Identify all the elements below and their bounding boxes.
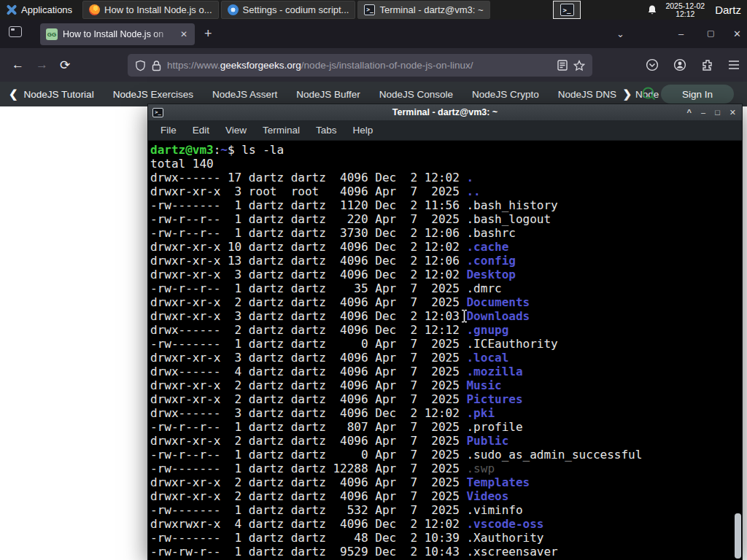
panel-username[interactable]: Dartz	[712, 4, 741, 16]
nav-scroll-left-icon[interactable]: ❮	[9, 88, 18, 101]
file-meta: -rw------- 1 dartz dartz 1120 Dec 2 11:5…	[150, 198, 466, 212]
file-meta: drwxr-xr-x 10 dartz dartz 4096 Dec 2 12:…	[150, 240, 466, 254]
taskbar-window-title: Terminal - dartz@vm3: ~	[379, 4, 483, 15]
terminal-line: drwxr-xr-x 2 dartz dartz 4096 Apr 7 2025…	[150, 475, 742, 489]
file-meta: drwxrwxr-x 4 dartz dartz 4096 Dec 2 12:0…	[150, 517, 466, 531]
file-meta: drwxr-xr-x 2 dartz dartz 4096 Apr 7 2025	[150, 378, 466, 392]
directory-name: .local	[466, 351, 508, 365]
hamburger-menu-icon[interactable]	[728, 60, 740, 70]
directory-name: .config	[466, 254, 515, 268]
firefox-view-icon[interactable]	[9, 26, 22, 37]
terminal-launcher-button[interactable]: >_	[553, 1, 581, 19]
terminal-line: drwxr-xr-x 3 dartz dartz 4096 Dec 2 12:0…	[150, 309, 742, 323]
desktop: Applications How to Install Node.js o...…	[0, 0, 747, 560]
terminal-line: drwx------ 2 dartz dartz 4096 Dec 2 12:1…	[150, 323, 742, 337]
shade-button[interactable]: ^	[687, 108, 692, 117]
window-close-button[interactable]: ✕	[733, 28, 741, 39]
terminal-line: -rw------- 1 dartz dartz 12288 Apr 7 202…	[150, 462, 742, 475]
terminal-titlebar[interactable]: >_ Terminal - dartz@vm3: ~ ^ – □ ✕	[148, 104, 742, 120]
search-icon[interactable]	[641, 86, 657, 101]
nav-link[interactable]: NodeJS Buffer	[296, 89, 360, 100]
menu-file[interactable]: File	[154, 122, 183, 138]
menu-tabs[interactable]: Tabs	[309, 122, 344, 138]
terminal-line: -rw------- 1 dartz dartz 532 Apr 7 2025 …	[150, 503, 742, 517]
terminal-line: drwxr-xr-x 2 dartz dartz 4096 Apr 7 2025…	[150, 489, 742, 503]
new-tab-button[interactable]: +	[204, 27, 212, 40]
reload-button[interactable]: ⟳	[60, 58, 70, 73]
back-button[interactable]: ←	[12, 58, 24, 72]
terminal-icon: >_	[560, 4, 574, 16]
terminal-line: -rw-r--r-- 1 dartz dartz 220 Apr 7 2025 …	[150, 212, 742, 226]
browser-tab[interactable]: GG How to Install Node.js on ✕	[40, 23, 195, 45]
nav-link[interactable]: NodeJS Assert	[212, 89, 277, 100]
taskbar-window-button[interactable]: How to Install Node.js o...	[82, 1, 218, 19]
close-button[interactable]: ✕	[729, 108, 736, 117]
nav-link[interactable]: NodeJS Console	[379, 89, 453, 100]
file-meta: drwxr-xr-x 2 dartz dartz 4096 Apr 7 2025	[150, 295, 466, 309]
taskbar-window-button[interactable]: Settings - codium script...	[221, 1, 356, 19]
url-bar[interactable]: https://www.geeksforgeeks.org/node-js/in…	[128, 54, 592, 77]
nav-scroll-right-icon[interactable]: ❯	[622, 88, 632, 101]
file-meta: drwx------ 3 dartz dartz 4096 Dec 2 12:0…	[150, 406, 466, 420]
window-maximize-button[interactable]: ▢	[707, 28, 714, 38]
account-icon[interactable]	[673, 58, 686, 71]
tracking-shield-icon[interactable]	[135, 60, 146, 71]
menu-view[interactable]: View	[219, 122, 253, 138]
nav-link[interactable]: NodeJS Crypto	[472, 89, 539, 100]
file-name: .ICEauthority	[466, 337, 557, 351]
prompt-colon: :	[214, 143, 221, 157]
prompt-dollar: $	[228, 143, 235, 157]
nav-link[interactable]: NodeJS Tutorial	[24, 89, 94, 100]
applications-menu-button[interactable]: Applications	[0, 0, 80, 20]
file-name: .dmrc	[466, 281, 501, 295]
terminal-line: -rw------- 1 dartz dartz 0 Apr 7 2025 .I…	[150, 337, 742, 351]
maximize-button[interactable]: □	[715, 108, 720, 117]
terminal-icon: >_	[152, 108, 163, 117]
directory-name: Desktop	[466, 268, 515, 281]
file-meta: drwxr-xr-x 3 dartz dartz 4096 Apr 7 2025	[150, 351, 466, 365]
terminal-menubar: FileEditViewTerminalTabsHelp	[148, 120, 742, 141]
pocket-icon[interactable]	[646, 58, 659, 71]
terminal-line: -rw-r--r-- 1 dartz dartz 35 Apr 7 2025 .…	[150, 281, 742, 295]
menu-help[interactable]: Help	[347, 122, 380, 138]
terminal-line: -rw------- 1 dartz dartz 1120 Dec 2 11:5…	[150, 198, 742, 212]
url-path: /node-js/installation-of-node-js-on-linu…	[301, 60, 473, 71]
directory-name: ..	[466, 184, 480, 198]
taskbar-window-button[interactable]: >_Terminal - dartz@vm3: ~	[357, 1, 489, 19]
file-meta: drwx------ 2 dartz dartz 4096 Dec 2 12:1…	[150, 323, 466, 337]
command-text: ls -la	[241, 143, 284, 157]
clock-time: 12:12	[665, 10, 705, 18]
directory-name: .mozilla	[466, 365, 522, 378]
terminal-line: -rw-rw-r-- 1 dartz dartz 9529 Dec 2 10:4…	[150, 545, 742, 559]
menu-terminal[interactable]: Terminal	[256, 122, 306, 138]
reader-mode-icon[interactable]	[557, 60, 568, 71]
terminal-window-controls: ^ – □ ✕	[687, 104, 736, 120]
bookmark-star-icon[interactable]	[573, 60, 585, 71]
terminal-scrollbar-thumb[interactable]	[735, 513, 741, 559]
extensions-icon[interactable]	[701, 59, 713, 71]
notification-bell-icon[interactable]	[646, 4, 658, 16]
applications-icon	[6, 4, 17, 15]
terminal-line: drwxr-xr-x 2 dartz dartz 4096 Apr 7 2025…	[150, 392, 742, 406]
panel-clock[interactable]: 2025-12-02 12:12	[665, 2, 705, 18]
file-meta: -rw-r--r-- 1 dartz dartz 807 Apr 7 2025	[150, 420, 466, 434]
gfg-nav-bar: ❮ NodeJS TutorialNodeJS ExercisesNodeJS …	[0, 82, 747, 106]
tabs-list-chevron-icon[interactable]: ⌄	[616, 28, 624, 39]
tab-close-icon[interactable]: ✕	[179, 28, 189, 41]
forward-button[interactable]: →	[36, 58, 48, 72]
nav-link[interactable]: NodeJS DNS	[558, 89, 616, 100]
sign-in-button[interactable]: Sign In	[661, 85, 734, 104]
file-name: .bashrc	[466, 226, 515, 240]
lock-icon[interactable]	[152, 60, 161, 71]
url-text[interactable]: https://www.geeksforgeeks.org/node-js/in…	[167, 60, 551, 71]
menu-edit[interactable]: Edit	[186, 122, 216, 138]
terminal-output[interactable]: dartz@vm3:~$ ls -la total 140 drwx------…	[148, 141, 742, 560]
window-minimize-button[interactable]: –	[678, 28, 684, 39]
minimize-button[interactable]: –	[701, 108, 705, 117]
browser-tab-bar: GG How to Install Node.js on ✕ + ⌄ – ▢ ✕	[0, 20, 747, 48]
nav-link[interactable]: NodeJS Exercises	[113, 89, 193, 100]
file-name: .bash_history	[466, 198, 557, 212]
file-meta: drwxr-xr-x 2 dartz dartz 4096 Apr 7 2025	[150, 434, 466, 448]
directory-name: Templates	[466, 475, 530, 489]
terminal-line: drwxr-xr-x 2 dartz dartz 4096 Apr 7 2025…	[150, 295, 742, 309]
